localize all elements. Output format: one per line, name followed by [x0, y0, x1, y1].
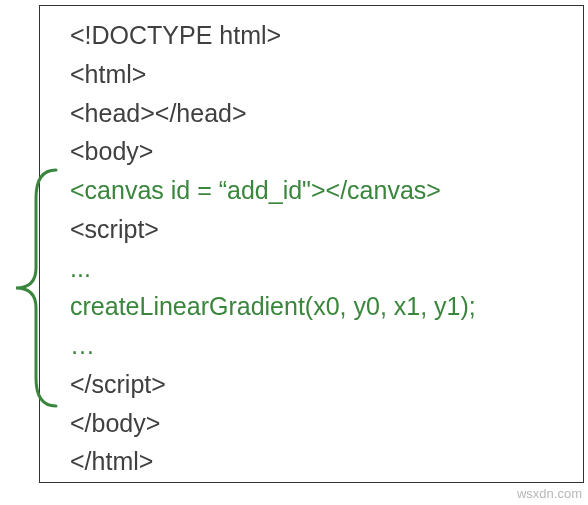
watermark-text: wsxdn.com [517, 486, 582, 501]
code-line-highlight: … [70, 326, 569, 365]
code-line: </script> [70, 365, 569, 404]
code-line: <!DOCTYPE html> [70, 16, 569, 55]
code-line-highlight: createLinearGradient(x0, y0, x1, y1); [70, 287, 569, 326]
code-line: <script> [70, 210, 569, 249]
curly-bracket-icon [6, 168, 62, 408]
code-line: </html> [70, 442, 569, 481]
code-line: <body> [70, 132, 569, 171]
code-line-highlight: <canvas id = “add_id"></canvas> [70, 171, 569, 210]
code-snippet-box: <!DOCTYPE html> <html> <head></head> <bo… [39, 5, 584, 483]
code-line: </body> [70, 404, 569, 443]
code-line: <head></head> [70, 94, 569, 133]
code-line: <html> [70, 55, 569, 94]
code-line-highlight: ... [70, 249, 569, 288]
